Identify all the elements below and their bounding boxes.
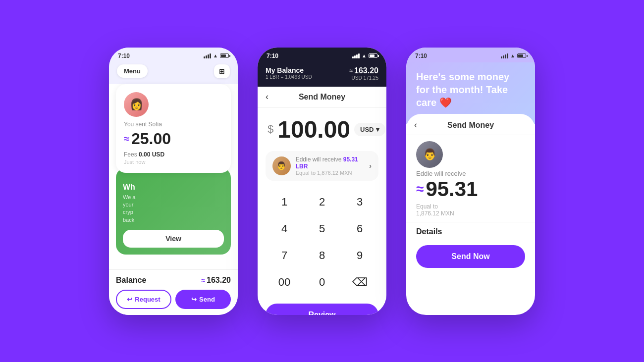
eddie-will-receive-label: Eddie will receive — [406, 170, 535, 177]
numpad-00[interactable]: 00 — [266, 269, 303, 296]
status-bar-2: 7:10 ▲ — [258, 48, 386, 62]
status-icons-3: ▲ — [501, 53, 526, 58]
status-icons-1: ▲ — [204, 53, 229, 58]
dollar-sign: $ — [268, 123, 273, 136]
recipient-row[interactable]: 👨 Eddie will receive 95.31 LBR Equal to … — [266, 151, 378, 181]
send-money-header-2: ‹ Send Money — [258, 87, 386, 108]
currency-selector[interactable]: USD ▾ — [354, 123, 385, 136]
phone-screen-2: 7:10 ▲ My Balance 1 LBR = 1.0493 USD ≈ 1… — [258, 48, 386, 315]
phone-screen-3: 7:10 ▲ Here's some money for the month! … — [406, 48, 535, 315]
time-2: 7:10 — [267, 52, 278, 59]
time-3: 7:10 — [415, 52, 427, 59]
send-button[interactable]: ↪ Send — [175, 290, 231, 309]
numpad-1[interactable]: 1 — [266, 189, 303, 215]
equal-to-label: Equal to — [406, 201, 535, 210]
chevron-down-icon: ▾ — [376, 126, 379, 133]
send-now-button[interactable]: Send Now — [416, 245, 525, 268]
battery-icon — [220, 53, 229, 58]
numpad-3[interactable]: 3 — [341, 189, 378, 215]
chevron-down-icon-2: › — [369, 162, 372, 170]
recipient-name-line: Eddie will receive 95.31 LBR — [296, 156, 370, 170]
lbr-amount: ≈ 163.20 — [349, 66, 378, 75]
signal-icon — [204, 53, 211, 58]
battery-icon-2 — [369, 53, 377, 58]
exchange-rate: 1 LBR = 1.0493 USD — [266, 74, 312, 80]
wifi-icon: ▲ — [213, 53, 218, 58]
send-money-header-3: ‹ Send Money — [406, 114, 535, 135]
approx-icon: ≈ — [124, 133, 129, 145]
balance-info-left: My Balance 1 LBR = 1.0493 USD — [266, 66, 312, 80]
numpad-7[interactable]: 7 — [266, 242, 303, 269]
status-icons-2: ▲ — [352, 53, 377, 58]
details-section: Details — [406, 222, 535, 241]
balance-row: Balance ≈ 163.20 — [116, 276, 231, 285]
numpad-9[interactable]: 9 — [341, 242, 378, 269]
status-bar-1: 7:10 ▲ — [109, 48, 238, 62]
phone2-header: My Balance 1 LBR = 1.0493 USD ≈ 163.20 U… — [258, 62, 386, 87]
signal-icon-2 — [352, 53, 360, 58]
approx-icon-2: ≈ — [349, 67, 353, 74]
conversion-rate: Equal to 1,876.12 MXN — [296, 170, 370, 176]
balance-amount: ≈ 163.20 — [201, 276, 231, 285]
mxn-value: 1,876.12 MXN — [406, 210, 535, 222]
recipient-info: Eddie will receive 95.31 LBR Equal to 1,… — [296, 156, 370, 176]
menu-button[interactable]: Menu — [117, 64, 148, 78]
qr-button[interactable]: ⊞ — [214, 64, 230, 78]
sofia-avatar: 👩 — [124, 92, 149, 117]
status-bar-3: 7:10 ▲ — [406, 48, 535, 62]
balance-info: My Balance 1 LBR = 1.0493 USD ≈ 163.20 U… — [266, 66, 378, 81]
wifi-icon-3: ▲ — [510, 53, 515, 58]
my-balance-label: My Balance — [266, 66, 312, 74]
promo-text: We a your cryp back — [123, 194, 224, 224]
approx-icon-3: ≈ — [416, 181, 424, 197]
numpad-8[interactable]: 8 — [303, 242, 341, 269]
numpad-2[interactable]: 2 — [303, 189, 341, 215]
balance-info-right: ≈ 163.20 USD 171.25 — [349, 66, 378, 81]
time-1: 7:10 — [118, 52, 130, 59]
wifi-icon-2: ▲ — [362, 53, 367, 58]
numpad-backspace[interactable]: ⌫ — [341, 269, 378, 296]
action-buttons: ↩ Request ↪ Send — [116, 290, 231, 309]
balance-label: Balance — [116, 276, 146, 285]
banner-text: Here's some money for the month! Take ca… — [416, 70, 525, 109]
battery-icon-3 — [517, 53, 526, 58]
promo-title: Wh — [123, 183, 224, 192]
receive-amount-large: ≈ 95.31 — [406, 177, 535, 201]
numpad-5[interactable]: 5 — [303, 215, 341, 242]
transaction-card: 👩 You sent Sofia ≈ 25.00 Fees 0.00 USD J… — [116, 84, 231, 173]
sent-amount: ≈ 25.00 — [124, 130, 223, 148]
send-icon: ↪ — [191, 296, 197, 303]
sent-label: You sent Sofia — [124, 121, 223, 128]
eddie-avatar-sm: 👨 — [272, 156, 291, 175]
numpad-4[interactable]: 4 — [266, 215, 303, 242]
phone1-footer: Balance ≈ 163.20 ↩ Request ↪ Send — [109, 269, 238, 315]
send-money-title-2: Send Money — [299, 93, 345, 102]
phone3-card: ‹ Send Money 👨 Eddie will receive ≈ 95.3… — [406, 114, 535, 272]
amount-input-section: $ 100.00 USD ▾ — [258, 108, 386, 147]
details-title: Details — [416, 227, 525, 236]
promo-card: Wh We a your cryp back View — [116, 168, 231, 255]
eddie-avatar-md: 👨 — [416, 141, 443, 168]
amount-display: $ 100.00 USD ▾ — [268, 116, 376, 143]
review-button[interactable]: Review — [266, 304, 378, 315]
amount-value: 100.00 — [277, 116, 350, 143]
time-ago: Just now — [124, 159, 223, 165]
request-icon: ↩ — [127, 296, 132, 303]
send-money-title-3: Send Money — [447, 121, 494, 130]
numpad-0[interactable]: 0 — [303, 269, 341, 296]
back-button-3[interactable]: ‹ — [414, 120, 417, 130]
back-button-2[interactable]: ‹ — [266, 92, 268, 102]
numpad: 1 2 3 4 5 6 7 8 9 00 0 ⌫ — [258, 185, 386, 300]
numpad-6[interactable]: 6 — [341, 215, 378, 242]
phone1-header: Menu ⊞ — [109, 62, 238, 84]
fees-line: Fees 0.00 USD — [124, 151, 223, 158]
approx-balance-icon: ≈ — [201, 276, 205, 284]
view-button[interactable]: View — [123, 230, 224, 248]
phone-screen-1: 7:10 ▲ Menu ⊞ 👩 You sent Sofia ≈ 25.00 F… — [109, 48, 238, 315]
signal-icon-3 — [501, 53, 508, 58]
usd-amount: USD 171.25 — [349, 75, 378, 81]
request-button[interactable]: ↩ Request — [116, 290, 171, 309]
